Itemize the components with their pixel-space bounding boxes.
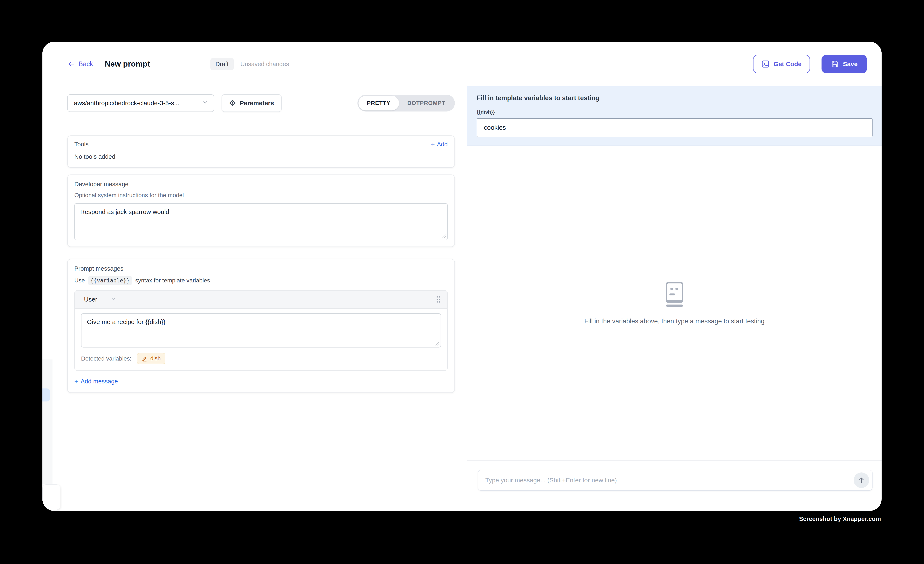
empty-state-text: Fill in the variables above, then type a…: [584, 318, 764, 325]
plus-icon: +: [74, 378, 78, 385]
message-body: [75, 309, 447, 348]
variable-syntax-chip: {{variable}}: [88, 276, 132, 285]
test-panel: Fill in template variables to start test…: [467, 86, 882, 511]
prompt-messages-card: Prompt messages Use {{variable}} syntax …: [67, 259, 455, 393]
send-button[interactable]: [854, 472, 869, 488]
toggle-option-pretty[interactable]: PRETTY: [358, 96, 399, 111]
plus-icon: +: [431, 141, 435, 148]
status-badge: Draft: [210, 58, 234, 70]
save-label: Save: [843, 60, 858, 68]
back-label: Back: [78, 60, 93, 68]
variable-value-input[interactable]: [477, 118, 873, 137]
chat-input-bar: Type your message... (Shift+Enter for ne…: [467, 460, 882, 511]
app-window: Back New prompt Draft Unsaved changes Ge…: [42, 42, 882, 511]
variable-badge-dish[interactable]: dish: [137, 353, 165, 364]
add-message-button[interactable]: + Add message: [74, 378, 448, 385]
detected-variables-label: Detected variables:: [81, 355, 132, 362]
toggle-option-dotprompt[interactable]: DOTPROMPT: [399, 96, 454, 111]
tools-header: Tools + Add: [74, 141, 448, 148]
developer-message-title: Developer message: [74, 181, 448, 188]
get-code-label: Get Code: [774, 60, 802, 68]
subtitle-prefix: Use: [74, 277, 85, 284]
tools-empty-text: No tools added: [74, 153, 448, 160]
subtitle-suffix: syntax for template variables: [135, 277, 210, 284]
chat-input-box[interactable]: Type your message... (Shift+Enter for ne…: [478, 470, 873, 491]
main-split: aws/anthropic/bedrock-claude-3-5-s... ⚙ …: [42, 86, 882, 511]
developer-message-input[interactable]: [74, 203, 448, 240]
template-variables-panel: Fill in template variables to start test…: [467, 86, 882, 146]
variables-panel-title: Fill in template variables to start test…: [477, 94, 873, 102]
drag-handle-icon[interactable]: [435, 295, 441, 304]
robot-face-icon: [664, 281, 686, 308]
model-row: aws/anthropic/bedrock-claude-3-5-s... ⚙ …: [67, 94, 455, 112]
add-tool-label: Add: [437, 141, 448, 148]
message-text-input[interactable]: [81, 313, 441, 348]
code-terminal-icon: [762, 60, 770, 68]
get-code-button[interactable]: Get Code: [753, 55, 810, 73]
variable-key-label: {{dish}}: [477, 109, 873, 115]
gear-icon: ⚙: [229, 99, 236, 107]
unsaved-changes-text: Unsaved changes: [240, 61, 289, 68]
variable-badge-label: dish: [150, 355, 161, 362]
parameters-label: Parameters: [240, 99, 274, 106]
save-button[interactable]: Save: [822, 55, 867, 73]
resize-grip-icon[interactable]: [435, 341, 440, 346]
chevron-down-icon[interactable]: [110, 296, 117, 303]
message-block: User: [74, 290, 448, 371]
partial-sidebar-highlight: [42, 388, 50, 402]
add-message-label: Add message: [81, 378, 118, 385]
prompt-messages-title: Prompt messages: [74, 265, 448, 272]
page-title: New prompt: [105, 60, 150, 69]
edit-pencil-icon: [141, 356, 148, 362]
save-floppy-icon: [831, 60, 839, 68]
message-header: User: [75, 291, 447, 309]
tools-title: Tools: [74, 141, 88, 148]
model-selector-value: aws/anthropic/bedrock-claude-3-5-s...: [74, 99, 179, 106]
model-selector[interactable]: aws/anthropic/bedrock-claude-3-5-s...: [67, 94, 214, 112]
chat-empty-area: Fill in the variables above, then type a…: [467, 146, 882, 460]
arrow-up-icon: [858, 477, 865, 484]
back-button[interactable]: Back: [68, 60, 93, 68]
watermark-text: Screenshot by Xnapper.com: [799, 516, 881, 522]
partial-floating-card: [42, 484, 60, 510]
prompt-editor-panel: aws/anthropic/bedrock-claude-3-5-s... ⚙ …: [42, 86, 467, 511]
tools-card: Tools + Add No tools added: [67, 135, 455, 168]
chevron-down-icon: [202, 99, 208, 107]
header-bar: Back New prompt Draft Unsaved changes Ge…: [42, 42, 882, 86]
role-selector[interactable]: User: [84, 296, 97, 303]
add-tool-button[interactable]: + Add: [431, 141, 448, 148]
parameters-button[interactable]: ⚙ Parameters: [222, 94, 282, 112]
developer-message-subtitle: Optional system instructions for the mod…: [74, 192, 448, 199]
back-arrow-icon: [68, 60, 75, 68]
prompt-messages-subtitle: Use {{variable}} syntax for template var…: [74, 276, 448, 285]
resize-grip-icon[interactable]: [441, 234, 446, 238]
partial-sidebar-strip: [42, 360, 52, 484]
chat-input-placeholder: Type your message... (Shift+Enter for ne…: [485, 477, 854, 484]
detected-variables-row: Detected variables: dish: [75, 348, 447, 370]
format-toggle: PRETTY DOTPROMPT: [357, 95, 455, 111]
developer-message-card: Developer message Optional system instru…: [67, 174, 455, 247]
